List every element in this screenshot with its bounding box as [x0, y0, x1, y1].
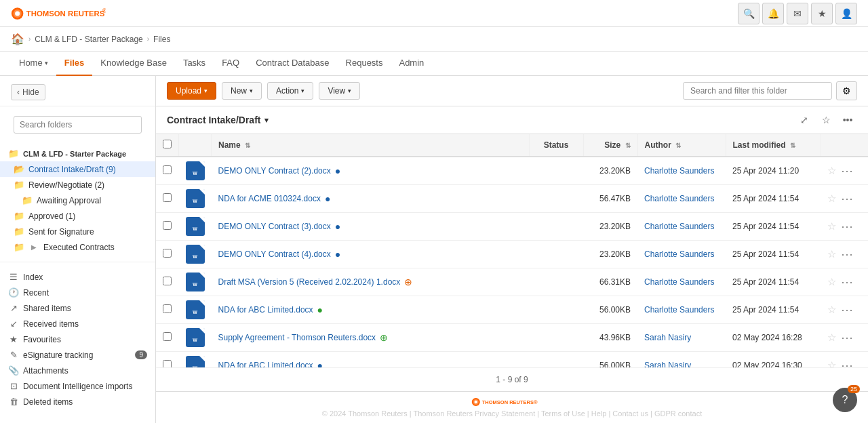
row-checkbox-5[interactable] — [163, 304, 172, 313]
sidebar-item-awaiting-approval[interactable]: 📁 Awaiting Approval — [0, 193, 155, 208]
search-filter-input[interactable] — [683, 82, 832, 100]
sidebar-item-deleted[interactable]: 🗑 Deleted items — [0, 394, 155, 409]
row-more-button-3[interactable]: ⋯ — [839, 246, 855, 262]
filter-button[interactable]: ⚙ — [836, 81, 857, 100]
messages-button[interactable]: ✉ — [787, 3, 808, 24]
view-button[interactable]: View ▾ — [319, 82, 360, 100]
row-author-7[interactable]: Sarah Nasiry — [644, 361, 691, 367]
nav-knowledge-base[interactable]: Knowledge Base — [92, 52, 175, 76]
sidebar-item-index[interactable]: ☰ Index — [0, 269, 155, 285]
sidebar-item-sent-signature[interactable]: 📁 Sent for Signature — [0, 224, 155, 239]
row-checkbox-0[interactable] — [163, 165, 172, 174]
row-star-button-5[interactable]: ☆ — [827, 304, 836, 316]
th-author[interactable]: Author ⇅ — [637, 134, 726, 157]
row-status-icon-5[interactable]: ● — [317, 304, 323, 315]
row-filename-5[interactable]: NDA for ABC Limited.docx — [218, 305, 313, 315]
hide-sidebar-button[interactable]: ‹ Hide — [11, 84, 45, 100]
nav-admin[interactable]: Admin — [391, 52, 432, 76]
expand-button[interactable]: ⤢ — [795, 110, 814, 129]
breadcrumb-clm[interactable]: CLM & LFD - Starter Package — [35, 35, 142, 44]
row-star-button-6[interactable]: ☆ — [827, 331, 836, 344]
action-button[interactable]: Action ▾ — [267, 82, 313, 100]
th-size[interactable]: Size ⇅ — [583, 134, 637, 157]
size-sort-icon[interactable]: ⇅ — [625, 142, 631, 149]
name-sort-icon[interactable]: ⇅ — [245, 142, 250, 149]
help-bubble[interactable]: ? 25 — [833, 388, 857, 412]
row-author-0[interactable]: Charlotte Saunders — [644, 166, 714, 176]
row-author-1[interactable]: Charlotte Saunders — [644, 194, 714, 203]
row-more-button-0[interactable]: ⋯ — [839, 163, 855, 179]
row-status-icon-1[interactable]: ● — [325, 193, 330, 204]
folder-more-button[interactable]: ••• — [838, 110, 857, 129]
upload-button[interactable]: Upload ▾ — [167, 82, 216, 100]
sidebar-item-executed[interactable]: 📁 ▶ Executed Contracts — [0, 239, 155, 255]
th-name[interactable]: Name ⇅ — [212, 134, 530, 157]
row-more-button-1[interactable]: ⋯ — [839, 190, 855, 207]
new-button[interactable]: New ▾ — [222, 82, 262, 100]
select-all-checkbox[interactable] — [163, 140, 172, 148]
row-status-icon-4[interactable]: ⊕ — [404, 277, 412, 287]
row-checkbox-7[interactable] — [163, 360, 172, 367]
row-checkbox-4[interactable] — [163, 277, 172, 285]
row-filename-3[interactable]: DEMO ONLY Contract (4).docx — [218, 249, 331, 259]
sidebar-item-recent[interactable]: 🕐 Recent — [0, 285, 155, 300]
home-icon[interactable]: 🏠 — [11, 33, 24, 45]
row-status-icon-0[interactable]: ● — [335, 165, 340, 176]
row-author-2[interactable]: Charlotte Saunders — [644, 222, 714, 231]
search-button[interactable]: 🔍 — [738, 3, 760, 24]
row-star-button-1[interactable]: ☆ — [827, 193, 836, 205]
row-status-icon-2[interactable]: ● — [335, 221, 340, 232]
row-star-button-4[interactable]: ☆ — [827, 276, 836, 288]
row-more-button-2[interactable]: ⋯ — [839, 218, 855, 235]
th-last-modified[interactable]: Last modified ⇅ — [726, 134, 821, 157]
user-button[interactable]: 👤 — [835, 3, 857, 24]
row-star-button-2[interactable]: ☆ — [827, 220, 836, 233]
nav-contract-database[interactable]: Contract Database — [248, 52, 337, 76]
row-more-button-6[interactable]: ⋯ — [839, 329, 855, 346]
row-status-icon-3[interactable]: ● — [335, 249, 340, 260]
row-author-6[interactable]: Sarah Nasiry — [644, 333, 691, 342]
modified-sort-icon[interactable]: ⇅ — [790, 142, 795, 149]
sidebar-item-favourites[interactable]: ★ Favourites — [0, 331, 155, 347]
row-star-button-3[interactable]: ☆ — [827, 248, 836, 260]
star-folder-button[interactable]: ☆ — [816, 110, 835, 129]
sidebar-item-received[interactable]: ↙ Received items — [0, 316, 155, 331]
row-more-button-7[interactable]: ⋯ — [839, 357, 855, 367]
row-filename-6[interactable]: Supply Agreement - Thomson Reuters.docx — [218, 333, 376, 342]
search-folders-input[interactable] — [14, 116, 142, 134]
row-filename-1[interactable]: NDA for ACME 010324.docx — [218, 194, 321, 203]
sidebar-item-approved[interactable]: 📁 Approved (1) — [0, 208, 155, 224]
row-filename-7[interactable]: NDA for ABC Limited.docx — [218, 361, 313, 367]
favorites-button[interactable]: ★ — [811, 3, 833, 24]
nav-files[interactable]: Files — [56, 52, 93, 76]
row-more-button-4[interactable]: ⋯ — [839, 274, 855, 290]
row-star-button-7[interactable]: ☆ — [827, 359, 836, 367]
row-filename-0[interactable]: DEMO ONLY Contract (2).docx — [218, 166, 331, 176]
row-author-3[interactable]: Charlotte Saunders — [644, 249, 714, 259]
row-filename-2[interactable]: DEMO ONLY Contract (3).docx — [218, 222, 331, 231]
author-sort-icon[interactable]: ⇅ — [675, 142, 681, 149]
nav-tasks[interactable]: Tasks — [175, 52, 214, 76]
row-status-icon-7[interactable]: ● — [317, 360, 323, 367]
sidebar-item-shared[interactable]: ↗ Shared items — [0, 300, 155, 316]
nav-home[interactable]: Home ▾ — [11, 52, 56, 76]
row-checkbox-1[interactable] — [163, 193, 172, 202]
row-filename-4[interactable]: Draft MSA (Version 5 (Received 2.02.2024… — [218, 277, 401, 287]
sidebar-item-doc-intelligence[interactable]: ⊡ Document Intelligence imports — [0, 378, 155, 394]
row-checkbox-3[interactable] — [163, 249, 172, 258]
nav-faq[interactable]: FAQ — [214, 52, 248, 76]
row-star-button-0[interactable]: ☆ — [827, 165, 836, 177]
folder-dropdown-icon[interactable]: ▾ — [264, 116, 269, 125]
row-checkbox-6[interactable] — [163, 332, 172, 341]
sidebar-item-contract-intake[interactable]: 📂 Contract Intake/Draft (9) — [0, 161, 155, 177]
sidebar-item-attachments[interactable]: 📎 Attachments — [0, 363, 155, 378]
breadcrumb-files[interactable]: Files — [153, 35, 170, 44]
row-author-4[interactable]: Charlotte Saunders — [644, 277, 714, 287]
row-more-button-5[interactable]: ⋯ — [839, 302, 855, 318]
notifications-button[interactable]: 🔔 — [762, 3, 784, 24]
sidebar-item-review-negotiate[interactable]: 📁 Review/Negotiate (2) — [0, 177, 155, 193]
sidebar-item-clm-package[interactable]: 📁 CLM & LFD - Starter Package — [0, 146, 155, 161]
row-status-icon-6[interactable]: ⊕ — [380, 332, 388, 343]
sidebar-item-esignature[interactable]: ✎ eSignature tracking 9 — [0, 347, 155, 363]
row-checkbox-2[interactable] — [163, 221, 172, 230]
